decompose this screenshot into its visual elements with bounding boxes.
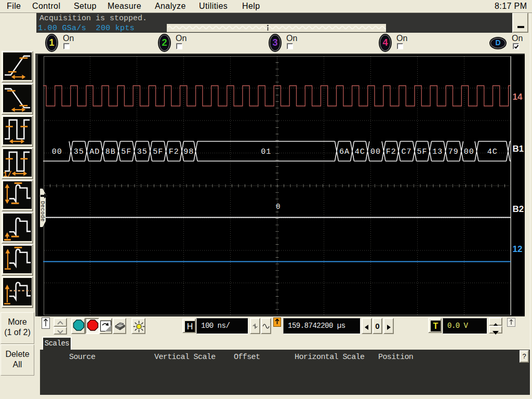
svg-text:C7: C7 xyxy=(401,148,411,156)
svg-text:AD: AD xyxy=(89,148,100,156)
svg-text:1/: 1/ xyxy=(3,171,11,177)
svg-text:B2: B2 xyxy=(513,204,524,214)
svg-text:4C: 4C xyxy=(355,148,365,156)
svg-text:5F: 5F xyxy=(153,148,163,156)
svg-text:B1: B1 xyxy=(513,144,524,154)
svg-text:13: 13 xyxy=(432,148,443,156)
svg-text:8B: 8B xyxy=(105,148,116,156)
svg-text:Decode: Decode xyxy=(39,201,46,222)
svg-text:35: 35 xyxy=(137,148,148,156)
svg-text:6A: 6A xyxy=(339,148,350,156)
svg-text:98: 98 xyxy=(183,148,194,156)
svg-text:0: 0 xyxy=(276,203,280,211)
svg-text:F2: F2 xyxy=(169,148,179,156)
svg-text:00: 00 xyxy=(370,148,381,156)
svg-text:00: 00 xyxy=(52,148,62,156)
svg-text:4C: 4C xyxy=(487,148,498,156)
svg-text:35: 35 xyxy=(74,148,84,156)
svg-text:5F: 5F xyxy=(121,148,131,156)
svg-text:79: 79 xyxy=(448,148,459,156)
svg-text:14: 14 xyxy=(513,92,523,102)
svg-text:F2: F2 xyxy=(386,148,396,156)
svg-text:01: 01 xyxy=(261,148,271,156)
svg-text:00: 00 xyxy=(464,148,474,156)
svg-text:5F: 5F xyxy=(417,148,427,156)
svg-text:12: 12 xyxy=(513,244,523,254)
